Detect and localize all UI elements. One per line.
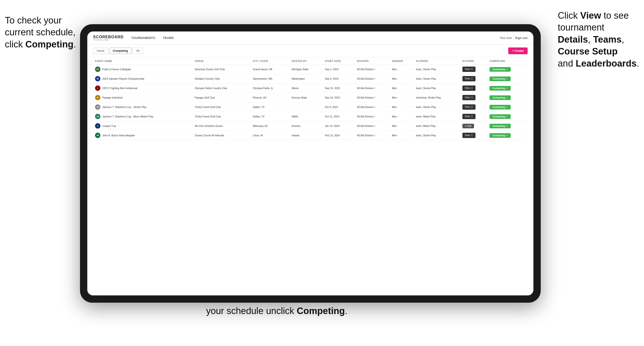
venue-cell: Ak-Chin Southern Dunes xyxy=(193,121,251,131)
competing-cell: Competing ✓ xyxy=(488,93,528,102)
hosted-by-cell: ABAC xyxy=(290,112,323,121)
division-cell: NCAA Division I xyxy=(355,74,390,84)
scoring-cell: team, Stroke Play xyxy=(414,102,460,112)
actions-cell: View ⓘ xyxy=(460,102,488,112)
table-row: JB John A. Burns Intercollegiate Ocean C… xyxy=(93,131,528,140)
city-cell: Grand Haven, MI xyxy=(251,65,290,74)
actions-cell: ✏ Edit xyxy=(460,121,488,131)
gender-cell: Men xyxy=(390,74,414,84)
view-button[interactable]: View ⓘ xyxy=(462,95,476,100)
scoreboard-logo: SCOREBOARD Powered by clippi xyxy=(93,35,124,41)
competing-cell: Competing ✓ xyxy=(488,121,528,131)
events-table: EVENT NAME VENUE CITY, STATE HOSTED BY S… xyxy=(93,57,528,140)
filter-home[interactable]: Home xyxy=(93,48,108,54)
city-cell: Sammamish, WA xyxy=(251,74,290,84)
competing-cell: Competing ✓ xyxy=(488,131,528,140)
event-name-cell: JS Jackson T. Stephens Cup - Stroke Play xyxy=(93,102,193,112)
edit-button[interactable]: ✏ Edit xyxy=(462,124,474,128)
division-cell: NCAA Division I xyxy=(355,112,390,121)
venue-cell: Olympia Fields Country Club xyxy=(193,84,251,93)
division-cell: NCAA Division I xyxy=(355,131,390,140)
start-date-cell: Sep 4, 2023 xyxy=(323,65,355,74)
city-cell: Dallas, TX xyxy=(251,112,290,121)
competing-cell: Competing ✓ xyxy=(488,102,528,112)
event-name-cell: A Copper Cup xyxy=(93,121,193,131)
competing-button[interactable]: Competing ✓ xyxy=(490,114,511,119)
create-button[interactable]: + Create xyxy=(508,47,528,54)
hosted-by-cell: Hawaii xyxy=(290,131,323,140)
start-date-cell: Oct 11, 2023 xyxy=(323,112,355,121)
competing-button[interactable]: Competing ✓ xyxy=(490,67,511,72)
gender-cell: Men xyxy=(390,93,414,102)
actions-cell: View ⓘ xyxy=(460,93,488,102)
gender-cell: Men xyxy=(390,121,414,131)
competing-cell: Competing ✓ xyxy=(488,112,528,121)
competing-button[interactable]: Competing ✓ xyxy=(490,76,511,81)
annotation-line2: current schedule, xyxy=(5,27,76,37)
event-name-cell: I OFCC Fighting Illini Invitational xyxy=(93,84,193,93)
hosted-by-cell: Michigan State xyxy=(290,65,323,74)
hosted-by-cell: Arizona xyxy=(290,121,323,131)
competing-button[interactable]: Competing ✓ xyxy=(490,133,511,138)
view-button[interactable]: View ⓘ xyxy=(462,76,476,81)
scoring-cell: team, Stroke Play xyxy=(414,131,460,140)
col-event-name: EVENT NAME xyxy=(93,57,193,65)
venue-cell: Trinity Forest Golf Club xyxy=(193,112,251,121)
content-area: Home Competing All + Create EVENT NAME V… xyxy=(87,44,534,295)
logo-sub-text: Powered by clippi xyxy=(93,39,124,41)
filter-competing[interactable]: Competing xyxy=(109,48,132,54)
division-cell: NCAA Division I xyxy=(355,84,390,93)
nav-tournaments[interactable]: TOURNAMENTS xyxy=(132,36,156,40)
city-cell: Phoenix, AZ xyxy=(251,93,290,102)
gender-cell: Men xyxy=(390,131,414,140)
scoring-cell: team, Stroke Play xyxy=(414,74,460,84)
event-name-cell: P Papago Individual xyxy=(93,93,193,102)
view-button[interactable]: View ⓘ xyxy=(462,104,476,110)
competing-button[interactable]: Competing ✓ xyxy=(490,95,511,100)
table-header: EVENT NAME VENUE CITY, STATE HOSTED BY S… xyxy=(93,57,528,65)
table-row: I OFCC Fighting Illini Invitational Olym… xyxy=(93,84,528,93)
competing-button[interactable]: Competing ✓ xyxy=(490,105,511,109)
table-row: JS Jackson T. Stephens Cup - Stroke Play… xyxy=(93,102,528,112)
table-row: P Papago Individual Papago Golf ClubPhoe… xyxy=(93,93,528,102)
competing-button[interactable]: Competing ✓ xyxy=(490,124,511,128)
col-hosted-by: HOSTED BY xyxy=(290,57,323,65)
event-name-cell: FS Folds of Honor Collegiate xyxy=(93,65,193,74)
nav-teams[interactable]: TEAMS xyxy=(163,36,174,40)
col-actions: ACTIONS xyxy=(460,57,488,65)
hosted-by-cell: Illinois xyxy=(290,84,323,93)
competing-button[interactable]: Competing ✓ xyxy=(490,86,511,91)
hosted-by-cell: Arizona State xyxy=(290,93,323,102)
nav-user: Test User xyxy=(500,36,512,40)
sub-nav: Home Competing All + Create xyxy=(87,44,534,57)
actions-cell: View ⓘ xyxy=(460,74,488,84)
view-button[interactable]: View ⓘ xyxy=(462,114,476,119)
scoring-cell: team, Stroke Play xyxy=(414,84,460,93)
division-cell: NCAA Division I xyxy=(355,102,390,112)
competing-cell: Competing ✓ xyxy=(488,74,528,84)
venue-cell: Papago Golf Club xyxy=(193,93,251,102)
venue-cell: American Dunes Golf Club xyxy=(193,65,251,74)
gender-cell: Men xyxy=(390,102,414,112)
logo-main-text: SCOREBOARD xyxy=(93,35,124,39)
tablet-frame: SCOREBOARD Powered by clippi TOURNAMENTS… xyxy=(80,24,541,303)
col-gender: GENDER xyxy=(390,57,414,65)
annotation-top-right: Click View to see tournament Details, Te… xyxy=(558,10,639,69)
scoring-cell: team, Match Play xyxy=(414,121,460,131)
start-date-cell: Jan 14, 2024 xyxy=(323,121,355,131)
view-button[interactable]: View ⓘ xyxy=(462,133,476,138)
annotation-competing-bold: Competing xyxy=(25,39,73,49)
actions-cell: View ⓘ xyxy=(460,84,488,93)
view-button[interactable]: View ⓘ xyxy=(462,85,476,91)
start-date-cell: Feb 15, 2024 xyxy=(323,131,355,140)
view-button[interactable]: View ⓘ xyxy=(462,67,476,72)
city-cell: Olympia Fields, IL xyxy=(251,84,290,93)
col-division: DIVISION xyxy=(355,57,390,65)
col-scoring: SCORING xyxy=(414,57,460,65)
nav-sign-out[interactable]: Sign out xyxy=(515,36,528,40)
filter-tabs: Home Competing All xyxy=(93,48,143,54)
division-cell: NCAA Division I xyxy=(355,65,390,74)
navbar-left: SCOREBOARD Powered by clippi TOURNAMENTS… xyxy=(93,35,174,41)
filter-all[interactable]: All xyxy=(133,48,143,54)
scoring-cell: individual, Stroke Play xyxy=(414,93,460,102)
